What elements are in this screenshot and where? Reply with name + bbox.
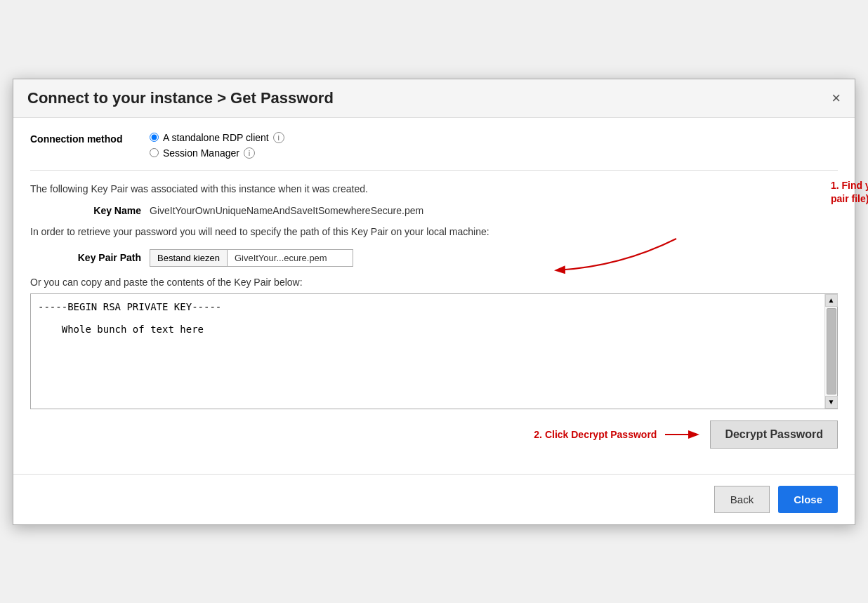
radio-standalone[interactable]: A standalone RDP client i bbox=[150, 132, 284, 143]
scroll-down-arrow[interactable]: ▼ bbox=[825, 396, 838, 409]
info-icon-standalone[interactable]: i bbox=[273, 132, 284, 143]
decrypt-password-button[interactable]: Decrypt Password bbox=[710, 420, 838, 449]
connect-dialog: Connect to your instance > Get Password … bbox=[13, 79, 855, 525]
file-name-display: GiveItYour...ecure.pem bbox=[227, 249, 353, 267]
key-path-intro: In order to retrieve your password you w… bbox=[30, 225, 838, 239]
radio-session-label: Session Manager bbox=[163, 147, 239, 159]
key-pair-path-row: Key Pair Path Bestand kiezen GiveItYour.… bbox=[30, 249, 838, 267]
connection-method-label: Connection method bbox=[30, 132, 150, 145]
divider-1 bbox=[30, 170, 838, 171]
back-button[interactable]: Back bbox=[714, 486, 770, 513]
key-pair-textarea[interactable]: -----BEGIN RSA PRIVATE KEY----- Whole bu… bbox=[31, 294, 824, 406]
radio-group: A standalone RDP client i Session Manage… bbox=[150, 132, 284, 159]
dialog-footer: Back Close bbox=[13, 474, 855, 524]
radio-session-manager[interactable]: Session Manager i bbox=[150, 147, 284, 159]
key-name-row: Key Name GiveItYourOwnUniqueNameAndSaveI… bbox=[30, 205, 838, 216]
dialog-title: Connect to your instance > Get Password bbox=[27, 89, 334, 107]
radio-session-input[interactable] bbox=[150, 148, 159, 157]
scroll-up-arrow[interactable]: ▲ bbox=[825, 294, 838, 307]
textarea-wrapper: -----BEGIN RSA PRIVATE KEY----- Whole bu… bbox=[30, 293, 838, 409]
dialog-header: Connect to your instance > Get Password … bbox=[13, 79, 855, 118]
close-icon[interactable]: × bbox=[831, 91, 841, 106]
scroll-thumb[interactable] bbox=[827, 308, 836, 395]
key-pair-intro: The following Key Pair was associated wi… bbox=[30, 182, 838, 197]
key-name-label: Key Name bbox=[30, 205, 150, 216]
radio-standalone-label: A standalone RDP client bbox=[163, 132, 269, 143]
radio-standalone-input[interactable] bbox=[150, 133, 159, 142]
key-name-value: GiveItYourOwnUniqueNameAndSaveItSomewher… bbox=[150, 205, 423, 216]
copy-paste-label: Or you can copy and paste the contents o… bbox=[30, 277, 838, 288]
decrypt-row: 2. Click Decrypt Password Decrypt Passwo… bbox=[30, 420, 838, 449]
arrow-2-svg bbox=[665, 424, 707, 445]
close-footer-button[interactable]: Close bbox=[778, 486, 838, 513]
key-pair-path-label: Key Pair Path bbox=[30, 252, 150, 263]
connection-method-section: Connection method A standalone RDP clien… bbox=[30, 132, 838, 159]
file-input-wrapper: Bestand kiezen GiveItYour...ecure.pem bbox=[150, 249, 353, 267]
file-choose-button[interactable]: Bestand kiezen bbox=[150, 249, 227, 267]
scrollbar-track: ▲ ▼ bbox=[824, 294, 837, 409]
annotation-2: 2. Click Decrypt Password bbox=[534, 429, 657, 440]
dialog-body: Connection method A standalone RDP clien… bbox=[13, 118, 855, 474]
info-icon-session[interactable]: i bbox=[244, 147, 255, 159]
